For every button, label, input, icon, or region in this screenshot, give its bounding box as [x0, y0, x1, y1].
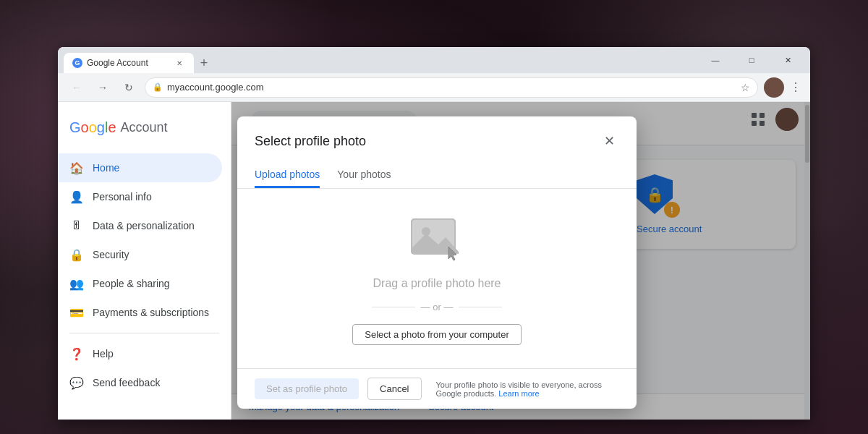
sidebar-label-help: Help — [93, 348, 114, 359]
sidebar-label-personal: Personal info — [93, 191, 152, 203]
minimize-button[interactable]: — — [699, 50, 732, 70]
sidebar-label-payments: Payments & subscriptions — [93, 307, 209, 318]
url-text: myaccount.google.com — [167, 82, 264, 93]
sidebar-item-security[interactable]: 🔒 Security — [58, 240, 222, 269]
sidebar-logo: Google Account — [58, 114, 231, 153]
new-tab-button[interactable]: + — [194, 53, 214, 73]
lock-icon: 🔒 — [153, 82, 163, 92]
or-divider: — or — — [255, 302, 619, 312]
address-bar: ← → ↻ 🔒 myaccount.google.com ☆ ⋮ — [58, 73, 810, 102]
home-icon: 🏠 — [69, 161, 84, 175]
tab-title: Google Account — [87, 58, 169, 68]
sidebar-item-data[interactable]: 🎚 Data & personalization — [58, 211, 222, 240]
or-line-right — [459, 307, 502, 307]
page-content: Google Account 🏠 Home 👤 Personal info 🎚 … — [58, 102, 810, 420]
data-icon: 🎚 — [69, 218, 84, 233]
sidebar-label-people: People & sharing — [93, 278, 170, 289]
modal-overlay: Select profile photo ✕ Upload photos You… — [231, 102, 810, 420]
window-controls: — □ ✕ — [699, 50, 804, 70]
sidebar-label-feedback: Send feedback — [93, 377, 160, 388]
browser-menu-button[interactable]: ⋮ — [790, 80, 801, 94]
modal-close-button[interactable]: ✕ — [599, 131, 619, 151]
drag-text: Drag a profile photo here — [373, 277, 501, 290]
sidebar-label-home: Home — [93, 162, 119, 174]
url-bar[interactable]: 🔒 myaccount.google.com ☆ — [145, 77, 758, 98]
modal-tabs: Upload photos Your photos — [237, 163, 637, 189]
upload-placeholder-icon — [408, 212, 466, 265]
google-logo-text: Google — [69, 119, 116, 136]
sidebar-item-home[interactable]: 🏠 Home — [58, 153, 222, 182]
modal-footer: Set as profile photo Cancel Your profile… — [237, 368, 637, 409]
or-text: — or — — [421, 302, 454, 312]
modal-header: Select profile photo ✕ — [237, 116, 637, 163]
main-area: 🔍 — [231, 102, 810, 420]
sidebar: Google Account 🏠 Home 👤 Personal info 🎚 … — [58, 102, 231, 420]
close-button[interactable]: ✕ — [771, 50, 804, 70]
security-icon: 🔒 — [69, 247, 84, 262]
payments-icon: 💳 — [69, 305, 84, 320]
maximize-button[interactable]: □ — [735, 50, 768, 70]
profile-button[interactable] — [764, 77, 784, 98]
help-icon: ❓ — [69, 346, 84, 361]
modal-title: Select profile photo — [255, 134, 366, 149]
learn-more-link[interactable]: Learn more — [498, 389, 539, 398]
sidebar-label-data: Data & personalization — [93, 220, 195, 231]
sidebar-item-personal[interactable]: 👤 Personal info — [58, 182, 222, 211]
refresh-button[interactable]: ↻ — [119, 77, 139, 98]
bookmark-icon[interactable]: ☆ — [741, 82, 750, 93]
tab-area: G Google Account ✕ + — [64, 47, 696, 73]
logo-account-text: Account — [121, 120, 168, 135]
people-icon: 👥 — [69, 276, 84, 291]
cancel-button[interactable]: Cancel — [367, 378, 421, 400]
sidebar-item-feedback[interactable]: 💬 Send feedback — [58, 368, 222, 397]
feedback-icon: 💬 — [69, 375, 84, 390]
title-bar: G Google Account ✕ + — □ ✕ — [58, 47, 810, 73]
active-tab[interactable]: G Google Account ✕ — [64, 53, 194, 73]
select-photo-modal: Select profile photo ✕ Upload photos You… — [237, 116, 637, 409]
tab-your-photos[interactable]: Your photos — [337, 163, 391, 188]
tab-favicon: G — [72, 58, 82, 68]
back-button[interactable]: ← — [67, 77, 87, 98]
person-icon: 👤 — [69, 190, 84, 204]
tab-close-button[interactable]: ✕ — [174, 57, 185, 69]
or-line-left — [372, 307, 415, 307]
sidebar-item-help[interactable]: ❓ Help — [58, 339, 222, 368]
modal-body: Drag a profile photo here — or — Select … — [237, 189, 637, 368]
set-as-profile-photo-button[interactable]: Set as profile photo — [255, 378, 359, 399]
sidebar-label-security: Security — [93, 249, 129, 260]
sidebar-item-payments[interactable]: 💳 Payments & subscriptions — [58, 298, 222, 327]
sidebar-item-people[interactable]: 👥 People & sharing — [58, 269, 222, 298]
sidebar-divider — [69, 333, 219, 333]
forward-button[interactable]: → — [93, 77, 113, 98]
browser-window: G Google Account ✕ + — □ ✕ ← → ↻ 🔒 myacc… — [58, 47, 810, 420]
privacy-notice: Your profile photo is visible to everyon… — [436, 380, 620, 398]
select-from-computer-button[interactable]: Select a photo from your computer — [352, 324, 521, 345]
tab-upload-photos[interactable]: Upload photos — [255, 163, 320, 188]
